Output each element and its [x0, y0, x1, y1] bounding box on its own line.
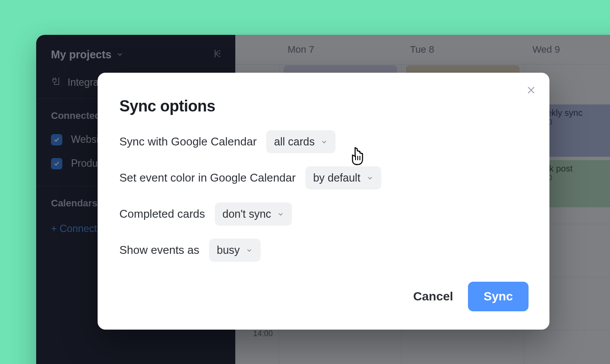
chevron-down-icon [366, 175, 373, 182]
chevron-down-icon [277, 211, 284, 218]
show-events-as-select[interactable]: busy [209, 239, 261, 262]
close-button[interactable] [526, 85, 536, 97]
select-value: busy [217, 244, 240, 256]
event-color-select[interactable]: by default [305, 166, 381, 189]
close-icon [526, 85, 536, 95]
chevron-down-icon [321, 138, 328, 145]
select-value: by default [313, 172, 360, 184]
field-label: Completed cards [119, 207, 205, 221]
modal-title: Sync options [119, 97, 528, 115]
select-value: don't sync [223, 208, 271, 220]
cancel-button[interactable]: Cancel [413, 290, 453, 303]
select-value: all cards [274, 135, 315, 148]
chevron-down-icon [246, 247, 253, 254]
sync-scope-select[interactable]: all cards [266, 130, 336, 153]
sync-options-modal: Sync options Sync with Google Calendar a… [98, 73, 549, 330]
field-label: Show events as [119, 243, 200, 257]
field-label: Set event color in Google Calendar [119, 171, 296, 185]
sync-button[interactable]: Sync [468, 282, 529, 311]
completed-cards-select[interactable]: don't sync [215, 202, 292, 226]
field-label: Sync with Google Calendar [119, 135, 257, 148]
